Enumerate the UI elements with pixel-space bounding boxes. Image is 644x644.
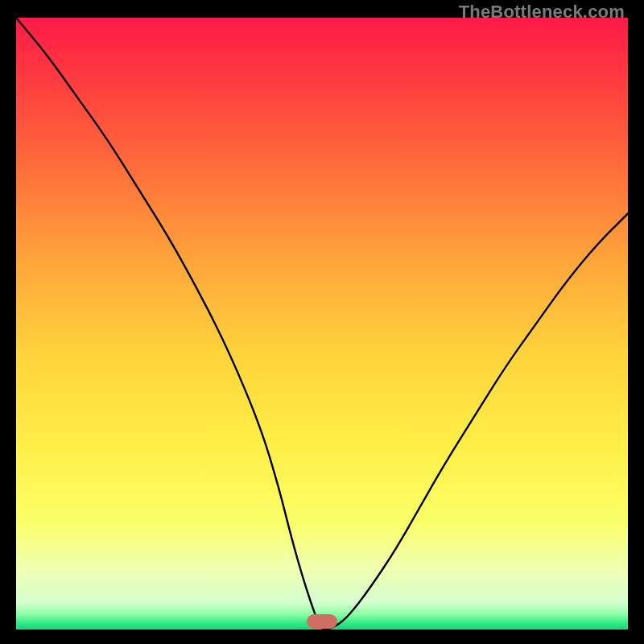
bottleneck-curve	[16, 18, 628, 630]
plot-area	[16, 18, 628, 630]
optimal-marker	[307, 614, 337, 629]
chart-frame: TheBottleneck.com	[0, 0, 644, 644]
